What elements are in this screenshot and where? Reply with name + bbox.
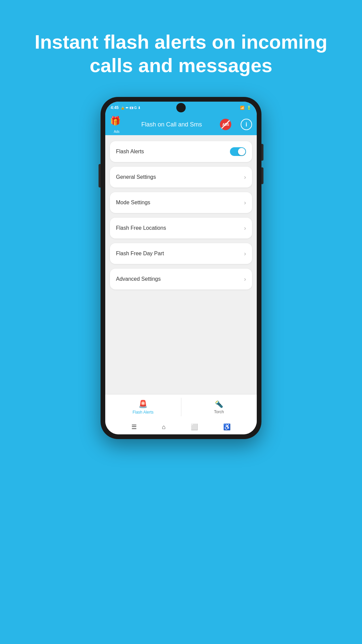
- flash-alerts-toggle[interactable]: [230, 147, 246, 156]
- torch-nav-icon: 🔦: [215, 400, 223, 408]
- status-bar-right: 📶 🔋: [240, 106, 251, 110]
- phone-mockup: 4:45 🔒 ✏ 📧 G ⬇ 📶 🔋 🎁 Ads Flash on Cal: [101, 97, 261, 439]
- toggle-knob: [238, 148, 245, 155]
- main-content: Flash Alerts General Settings › Mode Set…: [105, 135, 257, 394]
- mode-settings-label: Mode Settings: [116, 200, 150, 206]
- mode-settings-item[interactable]: Mode Settings ›: [110, 192, 252, 213]
- mode-settings-chevron: ›: [244, 199, 246, 206]
- flash-free-day-part-item[interactable]: Flash Free Day Part ›: [110, 243, 252, 264]
- status-bar: 4:45 🔒 ✏ 📧 G ⬇ 📶 🔋: [105, 102, 257, 114]
- notch: [176, 103, 186, 112]
- info-button[interactable]: i: [241, 119, 252, 130]
- system-nav: ☰ ⌂ ⬜ ♿: [105, 420, 257, 434]
- volume-down-button[interactable]: [261, 167, 263, 184]
- flash-free-locations-label: Flash Free Locations: [116, 225, 166, 231]
- torch-tab[interactable]: 🔦 Torch: [181, 394, 257, 420]
- ads-label: Ads: [114, 130, 119, 133]
- app-icon: 🎁: [110, 116, 123, 129]
- flash-free-locations-chevron: ›: [244, 225, 246, 232]
- volume-up-button[interactable]: [261, 144, 263, 161]
- flash-alerts-label: Flash Alerts: [116, 149, 144, 155]
- menu-sys-btn[interactable]: ☰: [131, 423, 137, 431]
- app-bar: 🎁 Ads Flash on Call and Sms ADS i: [105, 114, 257, 135]
- power-button[interactable]: [99, 164, 101, 187]
- status-time: 4:45: [111, 105, 119, 110]
- status-icons: 🔒 ✏ 📧 G ⬇: [121, 106, 140, 110]
- status-bar-left: 4:45 🔒 ✏ 📧 G ⬇: [111, 105, 140, 110]
- flash-free-day-part-label: Flash Free Day Part: [116, 251, 164, 257]
- flash-free-locations-item[interactable]: Flash Free Locations ›: [110, 218, 252, 238]
- flash-alerts-item[interactable]: Flash Alerts: [110, 141, 252, 162]
- gift-icon: 🎁: [110, 116, 121, 126]
- signal-icon: 📶: [240, 106, 245, 110]
- headline-line1: Instant flash alerts on incoming: [35, 31, 327, 53]
- app-logo-container: 🎁 Ads: [110, 116, 123, 133]
- advanced-settings-item[interactable]: Advanced Settings ›: [110, 269, 252, 289]
- phone-frame: 4:45 🔒 ✏ 📧 G ⬇ 📶 🔋 🎁 Ads Flash on Cal: [101, 97, 261, 439]
- phone-screen: 4:45 🔒 ✏ 📧 G ⬇ 📶 🔋 🎁 Ads Flash on Cal: [105, 102, 257, 434]
- general-settings-label: General Settings: [116, 174, 156, 180]
- back-sys-btn[interactable]: ⬜: [191, 423, 198, 431]
- torch-nav-label: Torch: [214, 410, 224, 414]
- headline-line2: calls and messages: [90, 54, 273, 76]
- flash-alerts-nav-label: Flash Alerts: [132, 410, 154, 415]
- flash-alerts-tab[interactable]: 🚨 Flash Alerts: [105, 394, 181, 420]
- bottom-nav: 🚨 Flash Alerts 🔦 Torch: [105, 394, 257, 420]
- advanced-settings-chevron: ›: [244, 276, 246, 283]
- flash-alerts-nav-icon: 🚨: [138, 400, 147, 409]
- general-settings-chevron: ›: [244, 174, 246, 181]
- general-settings-item[interactable]: General Settings ›: [110, 167, 252, 187]
- flash-alerts-toggle-container: [230, 147, 246, 156]
- accessibility-sys-btn[interactable]: ♿: [223, 423, 231, 431]
- flash-free-day-part-chevron: ›: [244, 250, 246, 257]
- advanced-settings-label: Advanced Settings: [116, 276, 161, 282]
- headline: Instant flash alerts on incoming calls a…: [8, 30, 354, 77]
- battery-icon: 🔋: [247, 106, 251, 110]
- app-title: Flash on Call and Sms: [127, 121, 217, 128]
- home-sys-btn[interactable]: ⌂: [162, 424, 166, 431]
- no-ads-button[interactable]: ADS: [220, 119, 231, 130]
